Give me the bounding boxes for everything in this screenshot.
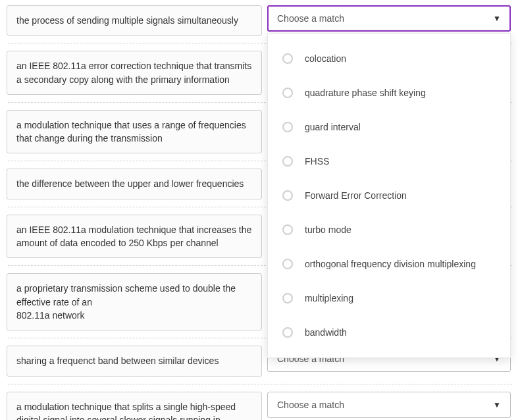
dropdown-option[interactable]: multiplexing	[268, 281, 510, 315]
definition-card: the process of sending multiple signals …	[7, 5, 262, 36]
radio-icon	[282, 259, 293, 269]
dropdown-option[interactable]: FHSS	[268, 144, 510, 178]
radio-icon	[282, 190, 293, 201]
dropdown-option-label: turbo mode	[305, 224, 351, 235]
match-row: the process of sending multiple signals …	[7, 5, 513, 36]
dropdown-option-label: multiplexing	[305, 293, 353, 303]
radio-icon	[282, 122, 293, 132]
definition-card: a proprietary transmission scheme used t…	[7, 273, 262, 330]
match-select[interactable]: Choose a match▼	[267, 392, 511, 418]
chevron-down-icon: ▼	[493, 400, 501, 409]
dropdown-option-label: guard interval	[305, 122, 361, 132]
match-select-placeholder: Choose a match	[277, 13, 344, 24]
dropdown-option-label: colocation	[305, 53, 346, 64]
dropdown-option[interactable]: quadrature phase shift keying	[268, 76, 510, 110]
dropdown-option-label: bandwidth	[305, 327, 347, 338]
definition-card: an IEEE 802.11a error correction techniq…	[7, 51, 262, 95]
radio-icon	[282, 53, 293, 64]
dropdown-option[interactable]: Forward Error Correction	[268, 178, 510, 213]
match-dropdown[interactable]: colocationquadrature phase shift keyingg…	[267, 33, 511, 358]
definition-card: a modulation technique that uses a range…	[7, 110, 262, 154]
definition-card: sharing a frequenct band between similar…	[7, 346, 262, 376]
dropdown-option-label: FHSS	[305, 156, 329, 167]
dropdown-option[interactable]: colocation	[268, 41, 510, 76]
dropdown-option[interactable]: turbo mode	[268, 213, 510, 247]
dropdown-option-label: orthogonal frequency division multiplexi…	[305, 259, 476, 269]
radio-icon	[282, 156, 293, 167]
radio-icon	[282, 88, 293, 98]
definition-card: a modulation technique that splits a sin…	[7, 392, 262, 420]
radio-icon	[282, 224, 293, 235]
chevron-down-icon: ▼	[493, 14, 501, 23]
match-row: a modulation technique that splits a sin…	[7, 392, 513, 420]
match-select-placeholder: Choose a match	[277, 400, 344, 410]
dropdown-option[interactable]: guard interval	[268, 110, 510, 144]
dropdown-option[interactable]: orthogonal frequency division multiplexi…	[268, 247, 510, 281]
radio-icon	[282, 327, 293, 338]
dropdown-option-label: Forward Error Correction	[305, 190, 407, 201]
dropdown-option-label: quadrature phase shift keying	[305, 88, 426, 98]
dropdown-option[interactable]: bandwidth	[268, 315, 510, 350]
definition-card: the difference between the upper and low…	[7, 169, 262, 199]
match-select[interactable]: Choose a match▼	[267, 5, 511, 32]
radio-icon	[282, 293, 293, 303]
definition-card: an IEEE 802.11a modulation technique tha…	[7, 215, 262, 259]
